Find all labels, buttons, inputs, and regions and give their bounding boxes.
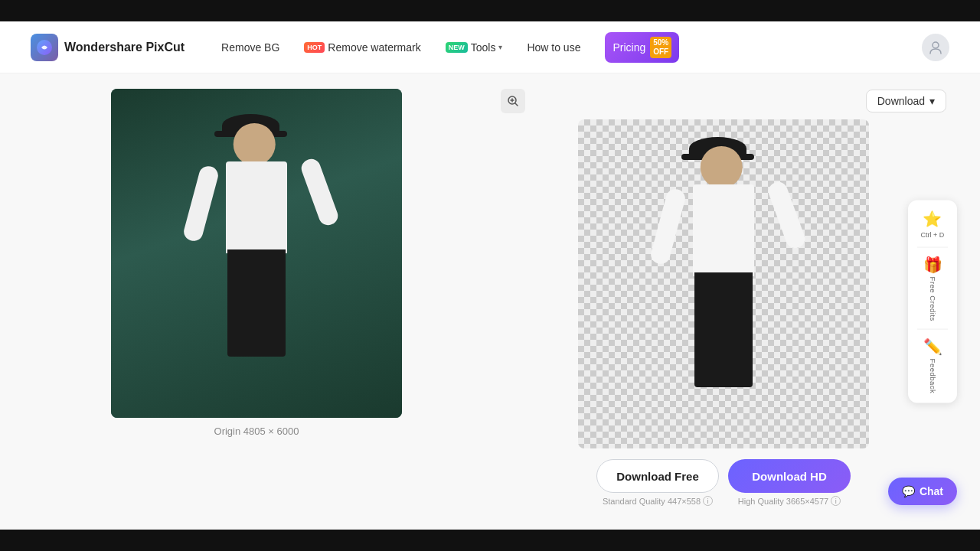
float-divider-1 bbox=[917, 246, 948, 247]
chat-button[interactable]: 💬 Chat bbox=[888, 478, 957, 505]
checkered-background bbox=[578, 119, 869, 448]
download-hd-button[interactable]: Download HD bbox=[728, 459, 851, 493]
free-credits-label: Free Credits bbox=[929, 276, 937, 321]
feedback-label: Feedback bbox=[929, 359, 937, 394]
float-divider-2 bbox=[917, 329, 948, 330]
standard-quality-info-icon[interactable]: i bbox=[703, 496, 713, 506]
new-badge: NEW bbox=[446, 42, 468, 53]
person-figure-removed bbox=[647, 131, 800, 429]
head bbox=[234, 123, 276, 165]
free-credits-button[interactable]: 🎁 Free Credits bbox=[923, 255, 942, 321]
feedback-button[interactable]: ✏️ Feedback bbox=[923, 337, 942, 394]
original-image-wrapper bbox=[111, 89, 402, 418]
chat-label: Chat bbox=[920, 485, 943, 497]
pants bbox=[227, 249, 286, 357]
top-bar bbox=[0, 0, 980, 21]
download-hd-col: Download HD High Quality 3665×4577 i bbox=[728, 459, 851, 506]
chevron-down-icon: ▾ bbox=[498, 43, 502, 51]
download-dropdown[interactable]: Download ▾ bbox=[866, 90, 946, 112]
pr-body bbox=[693, 184, 754, 276]
download-free-col: Download Free Standard Quality 447×558 i bbox=[596, 459, 719, 506]
nav-tools-label: Tools bbox=[471, 41, 496, 54]
pr-arm-left bbox=[648, 187, 687, 266]
right-panel-header: Download ▾ bbox=[498, 89, 949, 113]
dropdown-chevron-icon: ▾ bbox=[929, 95, 935, 107]
nav-how-to-use[interactable]: How to use bbox=[527, 41, 580, 54]
removed-bg-image-wrapper bbox=[578, 119, 869, 448]
pr-arm-right bbox=[766, 179, 807, 250]
person-figure-original bbox=[180, 108, 333, 399]
logo-area[interactable]: Wondershare PixCut bbox=[31, 34, 185, 61]
nav-remove-watermark[interactable]: HOT Remove watermark bbox=[304, 41, 420, 54]
arm-right bbox=[299, 156, 340, 227]
pricing-off-badge: 50%OFF bbox=[650, 37, 671, 58]
gift-icon: 🎁 bbox=[923, 255, 942, 273]
svg-point-1 bbox=[933, 42, 939, 48]
standard-quality-label: Standard Quality 447×558 i bbox=[603, 496, 713, 506]
bottom-bar bbox=[0, 530, 980, 551]
high-quality-info-icon[interactable]: i bbox=[831, 496, 841, 506]
download-free-button[interactable]: Download Free bbox=[596, 459, 719, 493]
bookmark-button[interactable]: ⭐ Ctrl + D bbox=[921, 210, 945, 240]
main-container: Wondershare PixCut Remove BG HOT Remove … bbox=[0, 21, 980, 530]
logo-icon bbox=[31, 34, 58, 61]
zoom-button[interactable] bbox=[501, 89, 525, 113]
download-label: Download bbox=[877, 95, 925, 107]
pricing-label: Pricing bbox=[612, 41, 645, 54]
original-image bbox=[111, 89, 402, 418]
pricing-button[interactable]: Pricing 50%OFF bbox=[605, 32, 679, 63]
content-area: Origin 4805 × 6000 Download ▾ bbox=[0, 73, 980, 530]
download-actions: Download Free Standard Quality 447×558 i… bbox=[596, 459, 851, 506]
nav-remove-watermark-label: Remove watermark bbox=[328, 41, 420, 54]
hot-badge: HOT bbox=[304, 42, 325, 53]
right-panel: Download ▾ bbox=[498, 89, 949, 514]
chat-icon: 💬 bbox=[902, 485, 915, 497]
nav-tools[interactable]: NEW Tools ▾ bbox=[446, 41, 503, 54]
body bbox=[226, 161, 287, 253]
star-icon: ⭐ bbox=[923, 210, 942, 228]
origin-label: Origin 4805 × 6000 bbox=[214, 425, 299, 437]
avatar-button[interactable] bbox=[922, 34, 949, 61]
left-panel: Origin 4805 × 6000 bbox=[31, 89, 498, 514]
arm-left bbox=[181, 164, 220, 243]
feedback-icon: ✏️ bbox=[923, 337, 942, 356]
logo-text: Wondershare PixCut bbox=[64, 41, 185, 54]
pr-head bbox=[701, 146, 743, 188]
bookmark-label: Ctrl + D bbox=[921, 231, 945, 240]
nav-remove-bg[interactable]: Remove BG bbox=[221, 41, 279, 54]
floating-panel: ⭐ Ctrl + D 🎁 Free Credits ✏️ Feedback bbox=[908, 201, 957, 403]
pr-pants bbox=[694, 272, 753, 387]
header: Wondershare PixCut Remove BG HOT Remove … bbox=[0, 21, 980, 73]
high-quality-label: High Quality 3665×4577 i bbox=[738, 496, 841, 506]
